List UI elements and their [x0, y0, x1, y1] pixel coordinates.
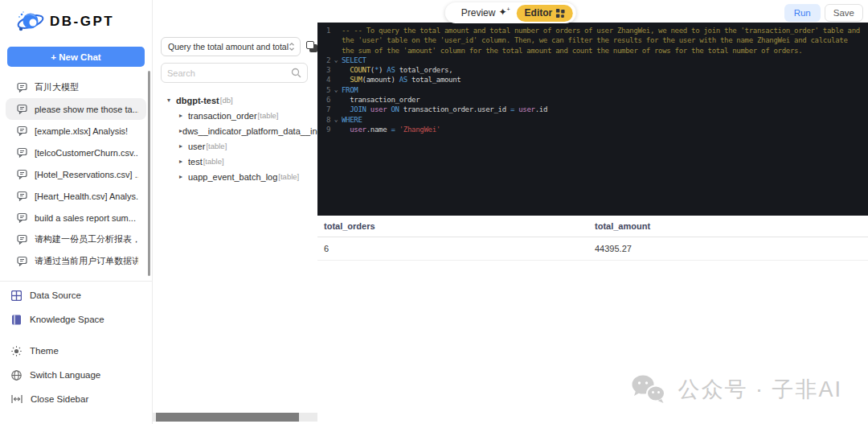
tree-item-name: uapp_event_batch_log: [188, 172, 277, 182]
fold-chevron-icon[interactable]: [330, 65, 342, 75]
theme-label: Theme: [30, 346, 59, 356]
fold-chevron-icon[interactable]: [330, 125, 342, 134]
chat-bubble-icon: [17, 147, 27, 158]
switch-language-label: Switch Language: [30, 370, 100, 380]
fold-chevron-icon[interactable]: [330, 46, 342, 56]
search-input[interactable]: [167, 68, 291, 78]
sidebar-item-label: Knowledge Space: [30, 315, 104, 324]
copy-button[interactable]: [306, 41, 311, 53]
horizontal-scrollbar-thumb[interactable]: [156, 413, 299, 422]
table-cell: 44395.27: [588, 237, 859, 260]
fold-chevron-icon[interactable]: [330, 75, 342, 84]
tree-item-name: user: [188, 142, 205, 151]
code-line: 2 ⌄ SELECT: [317, 56, 868, 65]
chat-item[interactable]: [Hotel_Reservations.csv] ...: [6, 163, 146, 185]
line-number: 5: [317, 85, 330, 95]
tree-item-tag: [table]: [206, 142, 227, 150]
fold-chevron-icon[interactable]: ⌄: [330, 56, 342, 65]
results-column-header: total_orders: [317, 216, 588, 237]
run-button[interactable]: Run: [784, 4, 821, 22]
sidebar: DB-GPT + New Chat 百川大模型 please show me t…: [0, 0, 153, 424]
editor-actions: Run Save: [784, 4, 863, 22]
view-mode-tabs: Preview ✦+ Editor: [445, 2, 576, 23]
code-tokens: SELECT: [342, 56, 868, 65]
sidebar-scrollbar[interactable]: [148, 71, 150, 276]
tree-item[interactable]: ▸ transaction_order [table]: [153, 108, 317, 123]
chat-item[interactable]: please show me those ta...: [6, 98, 146, 120]
fold-chevron-icon[interactable]: [330, 35, 342, 45]
tree-item[interactable]: ▸ dws__indicator_platform_data__incr: [153, 123, 317, 138]
fold-chevron-icon[interactable]: [330, 26, 342, 35]
results-column-header: total_amount: [588, 216, 859, 237]
tree-caret-icon[interactable]: ▾: [167, 97, 176, 104]
tree-item-name: dws__indicator_platform_data__incr: [182, 126, 317, 136]
fold-chevron-icon[interactable]: ⌄: [330, 85, 342, 95]
chat-item-label: [Heart_Health.csv] Analys...: [35, 191, 138, 201]
new-chat-button[interactable]: + New Chat: [7, 47, 145, 67]
chat-item[interactable]: 请构建一份员工分析报表，...: [6, 228, 146, 250]
db-explorer-panel: Query the total amount and total: [153, 26, 317, 424]
sidebar-item-data-source[interactable]: Data Source: [0, 283, 152, 307]
theme-toggle[interactable]: Theme: [0, 339, 152, 363]
tab-editor[interactable]: Editor: [517, 5, 573, 22]
chat-bubble-icon: [17, 212, 27, 223]
sidebar-item-knowledge-space[interactable]: Knowledge Space: [0, 307, 152, 331]
switch-language[interactable]: Switch Language: [0, 363, 152, 387]
code-tokens: FROM: [342, 85, 868, 95]
data-source-icon: [11, 290, 22, 301]
sidebar-divider: [0, 281, 152, 282]
save-button[interactable]: Save: [825, 4, 863, 22]
tree-caret-icon[interactable]: ▸: [179, 158, 188, 165]
chat-item-label: please show me those ta...: [35, 105, 138, 114]
chat-list: 百川大模型 please show me those ta... [exampl…: [0, 76, 152, 278]
code-tokens: -- -- To query the total amount and tota…: [342, 26, 868, 35]
chat-item[interactable]: [example.xlsx] Analysis!: [6, 120, 146, 142]
tab-preview-label: Preview: [461, 7, 496, 19]
globe-icon: [11, 370, 22, 381]
line-number: 2: [317, 56, 330, 65]
code-tokens: the sum of the 'amount' column for the t…: [342, 46, 868, 56]
tree-caret-icon[interactable]: ▸: [179, 112, 188, 119]
chat-item[interactable]: 百川大模型: [6, 76, 146, 98]
chat-bubble-icon: [17, 234, 27, 245]
chat-bubble-icon: [17, 191, 27, 201]
tree-caret-icon[interactable]: ▸: [179, 173, 188, 180]
chat-bubble-icon: [17, 82, 27, 93]
select-arrows-icon: [289, 42, 295, 51]
line-number: 1: [317, 26, 330, 35]
query-select[interactable]: Query the total amount and total: [161, 37, 301, 56]
code-tokens: user.name = 'ZhangWei': [342, 125, 868, 134]
results-body: 644395.27: [317, 237, 868, 261]
chat-item[interactable]: [telcoCustomerChurn.csv...: [6, 142, 146, 163]
table-cell: 6: [317, 237, 588, 260]
chat-item[interactable]: [Heart_Health.csv] Analys...: [6, 185, 146, 207]
fold-chevron-icon[interactable]: [330, 95, 342, 105]
line-number: 6: [317, 95, 330, 105]
chat-item-label: 百川大模型: [35, 81, 79, 93]
tab-preview[interactable]: Preview ✦+: [455, 2, 517, 23]
knowledge-space-icon: [11, 315, 22, 325]
fold-chevron-icon[interactable]: ⌄: [330, 115, 342, 125]
chat-item-label: [telcoCustomerChurn.csv...: [35, 148, 138, 158]
tree-caret-icon[interactable]: ▸: [179, 142, 188, 150]
close-sidebar-label: Close Sidebar: [31, 394, 88, 404]
fold-chevron-icon[interactable]: [330, 105, 342, 114]
tree-item[interactable]: ▸ test [table]: [153, 154, 317, 169]
sidebar-footer: Theme Switch Language: [0, 339, 152, 424]
code-line: 6 transaction_order: [317, 95, 868, 105]
line-number: 8: [317, 115, 330, 125]
code-tokens: the 'user' table on the 'user_id' column…: [342, 35, 868, 45]
tree-item[interactable]: ▸ uapp_event_batch_log [table]: [153, 169, 317, 184]
code-line: 4 SUM(amount) AS total_amount: [317, 75, 868, 84]
sql-editor[interactable]: 1 -- -- To query the total amount and to…: [317, 23, 868, 216]
tree-item[interactable]: ▸ user [table]: [153, 138, 317, 154]
chat-item-label: build a sales report sum...: [35, 213, 136, 223]
chat-item[interactable]: 请通过当前用户订单数据讲...: [6, 250, 146, 272]
chat-item[interactable]: build a sales report sum...: [6, 207, 146, 228]
chat-bubble-icon: [17, 169, 27, 179]
close-sidebar[interactable]: Close Sidebar: [0, 387, 152, 411]
tree-item-tag: [db]: [220, 96, 233, 105]
horizontal-scrollbar: [153, 413, 317, 422]
tree-item[interactable]: ▾ dbgpt-test [db]: [153, 93, 317, 108]
search-box: [161, 63, 308, 83]
